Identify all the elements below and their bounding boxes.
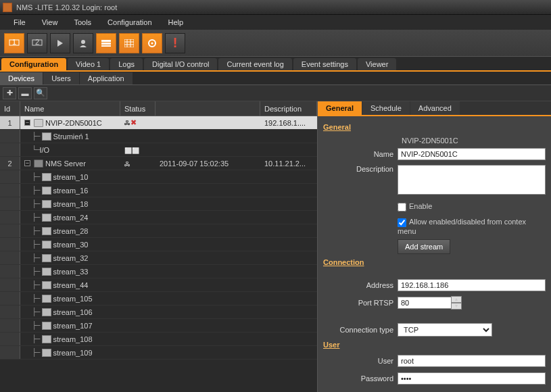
port-input[interactable] — [398, 297, 452, 309]
tree-row-stream[interactable]: ├─stream_30 — [0, 238, 317, 251]
monitor-1-icon: 1 — [9, 39, 20, 47]
tree-row-stream[interactable]: ├─ Strumień 1 — [0, 130, 317, 143]
tree-row-stream[interactable]: ├─stream_106 — [0, 305, 317, 319]
collapse-icon[interactable]: − — [24, 120, 30, 126]
port-spin-down[interactable]: ▼ — [451, 303, 462, 310]
row-name: stream_32 — [53, 254, 89, 262]
tree-row-io[interactable]: └─ I/O ⬜⬜ — [0, 143, 317, 157]
menubar: File View Tools Configuration Help — [0, 15, 551, 30]
allow-context-checkbox-label[interactable]: Allow enabled/disabled from contex menu — [398, 218, 526, 235]
tree-row-stream[interactable]: ├─stream_109 — [0, 346, 317, 360]
row-id — [0, 238, 20, 251]
tree-row-stream[interactable]: ├─stream_33 — [0, 265, 317, 278]
user-icon — [79, 39, 87, 47]
stream-icon — [42, 214, 51, 222]
row-id — [0, 265, 20, 278]
subtab-application[interactable]: Application — [80, 72, 133, 84]
row-status: 🖧✖ — [120, 118, 155, 127]
tree-row-stream[interactable]: ├─stream_105 — [0, 292, 317, 305]
col-time[interactable] — [155, 101, 260, 116]
tab-digital-io[interactable]: Digital I/O control — [144, 58, 217, 70]
servers-button[interactable] — [96, 33, 116, 53]
menu-view[interactable]: View — [34, 17, 66, 28]
enable-checkbox-label[interactable]: Enable — [398, 202, 432, 210]
ptab-advanced[interactable]: Advanced — [410, 101, 460, 115]
col-description[interactable]: Description — [260, 101, 317, 116]
allow-context-checkbox[interactable] — [398, 218, 406, 227]
tree-row-stream[interactable]: ├─stream_32 — [0, 251, 317, 265]
conn-type-select[interactable]: TCP — [398, 323, 492, 337]
layout-2-button[interactable]: 2 — [27, 33, 47, 53]
row-name-cell: ├─stream_44 — [20, 280, 120, 289]
stream-icon — [42, 281, 51, 289]
tree-row-stream[interactable]: ├─stream_18 — [0, 197, 317, 211]
alert-button[interactable]: ! — [165, 33, 185, 53]
enable-checkbox[interactable] — [398, 203, 406, 212]
port-spin-up[interactable]: ▲ — [451, 296, 462, 303]
menu-tools[interactable]: Tools — [66, 17, 99, 28]
tree-row-stream[interactable]: ├─stream_107 — [0, 319, 317, 333]
play-button[interactable] — [50, 33, 70, 53]
add-device-button[interactable]: ✚ — [3, 87, 16, 99]
tree-row-stream[interactable]: ├─stream_24 — [0, 211, 317, 224]
tree-line: ├─ — [24, 186, 40, 195]
tree-line: ├─ — [24, 226, 40, 235]
menu-configuration[interactable]: Configuration — [99, 17, 160, 28]
search-device-button[interactable]: 🔍 — [34, 87, 47, 99]
tab-viewer[interactable]: Viewer — [358, 58, 396, 70]
tree-line: ├─ — [24, 240, 40, 249]
tree-row-stream[interactable]: ├─stream_28 — [0, 224, 317, 238]
col-name[interactable]: Name — [20, 101, 120, 116]
tab-logs[interactable]: Logs — [110, 58, 143, 70]
user-button[interactable] — [73, 33, 93, 53]
tree-row-device-1[interactable]: 1 − NVIP-2DN5001C 🖧✖ 192.168.1.... — [0, 116, 317, 130]
row-name: stream_24 — [53, 214, 89, 222]
subtab-users[interactable]: Users — [43, 72, 79, 84]
stream-icon — [42, 200, 51, 208]
device-tree[interactable]: 1 − NVIP-2DN5001C 🖧✖ 192.168.1.... ├─ St… — [0, 116, 317, 392]
add-stream-button[interactable]: Add stream — [398, 239, 450, 254]
menu-file[interactable]: File — [5, 17, 34, 28]
row-name: stream_33 — [53, 268, 89, 276]
tree-row-stream[interactable]: ├─stream_10 — [0, 170, 317, 184]
ptab-general[interactable]: General — [318, 101, 362, 115]
user-input[interactable] — [398, 355, 546, 367]
svg-rect-6 — [101, 40, 111, 42]
row-time: 2011-09-07 15:02:35 — [155, 160, 260, 168]
grid-button[interactable] — [119, 33, 139, 53]
app-icon — [3, 3, 12, 12]
remove-device-button[interactable]: ▬ — [18, 87, 32, 99]
name-input[interactable] — [398, 148, 546, 160]
row-id — [0, 333, 20, 345]
tab-current-event[interactable]: Current event log — [218, 58, 291, 70]
tree-row-device-2[interactable]: 2 − NMS Server 🖧 2011-09-07 15:02:35 10.… — [0, 157, 317, 170]
row-id — [0, 305, 20, 318]
col-status[interactable]: Status — [120, 101, 155, 116]
collapse-icon[interactable]: − — [24, 160, 30, 166]
description-input[interactable] — [398, 165, 546, 195]
svg-rect-2 — [32, 40, 42, 45]
device-list-panel: Id Name Status Description 1 − NVIP-2DN5… — [0, 101, 317, 392]
status-connected-icon: 🖧 — [124, 161, 130, 168]
row-id — [0, 346, 20, 359]
svg-point-5 — [81, 40, 85, 44]
grid-icon — [124, 39, 134, 47]
address-input[interactable] — [398, 279, 546, 291]
layout-1-button[interactable]: 1 — [4, 33, 24, 53]
play-icon — [57, 40, 64, 47]
col-id[interactable]: Id — [0, 101, 20, 116]
tree-line: └─ — [24, 145, 40, 154]
menu-help[interactable]: Help — [160, 17, 192, 28]
tab-configuration[interactable]: Configuration — [1, 58, 66, 70]
password-input[interactable] — [398, 372, 546, 385]
ptab-schedule[interactable]: Schedule — [362, 101, 410, 115]
settings-button[interactable] — [142, 33, 162, 53]
tab-video1[interactable]: Video 1 — [68, 58, 109, 70]
tree-row-stream[interactable]: ├─stream_108 — [0, 333, 317, 346]
tree-row-stream[interactable]: ├─stream_16 — [0, 184, 317, 197]
tree-row-stream[interactable]: ├─stream_44 — [0, 278, 317, 292]
tree-line: ├─ — [24, 253, 40, 262]
tree-line: ├─ — [24, 294, 40, 303]
tab-event-settings[interactable]: Event settings — [293, 58, 356, 70]
subtab-devices[interactable]: Devices — [0, 72, 43, 84]
